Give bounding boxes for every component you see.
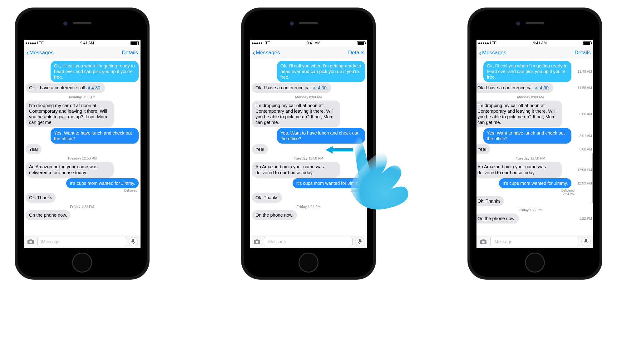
chevron-left-icon: ‹ xyxy=(26,49,29,57)
signal-dots-icon xyxy=(26,42,36,44)
svg-marker-1 xyxy=(326,146,333,154)
message-input[interactable]: iMessage xyxy=(264,237,353,246)
back-label: Messages xyxy=(482,50,506,56)
message-timestamp: 11:55 AM xyxy=(578,86,592,90)
back-label: Messages xyxy=(29,50,53,56)
time-link[interactable]: at 4:30 xyxy=(535,85,549,90)
status-bar: LTE 9:41 AM xyxy=(250,40,367,47)
message-timestamp: 1:22 PM xyxy=(579,217,592,220)
status-bar: LTE 9:41 AM xyxy=(24,40,141,47)
nav-bar: ‹Messages Details xyxy=(250,47,367,59)
message-bubble-sent[interactable]: Ok, I'll call you when I'm getting ready… xyxy=(483,61,571,82)
message-timestamp: 8:01 AM xyxy=(580,134,592,138)
carrier-label: LTE xyxy=(490,41,496,45)
timestamp-divider: Tuesday 12:50 PM xyxy=(476,155,589,161)
swipe-left-arrow-icon xyxy=(326,145,354,155)
back-label: Messages xyxy=(256,50,280,56)
delivered-label: Delivered xyxy=(24,189,141,192)
compose-bar: iMessage xyxy=(476,235,593,248)
front-camera xyxy=(516,22,520,26)
details-button[interactable]: Details xyxy=(122,50,138,56)
message-bubble-sent[interactable]: Yes. Want to have lunch and check out th… xyxy=(483,128,571,144)
iphone-frame-3: LTE 9:41 AM ‹Messages Details Ok, I'll c… xyxy=(468,8,602,279)
message-bubble-received[interactable]: Ok. I have a conference call at 4:30. xyxy=(476,83,553,93)
message-timestamp: 11:45 AM xyxy=(578,70,592,73)
status-time: 9:41 AM xyxy=(307,41,320,45)
message-bubble-received[interactable]: An Amazon box in your name was delivered… xyxy=(476,162,562,177)
microphone-icon[interactable] xyxy=(581,237,591,246)
timestamp-divider: Friday 1:22 PM xyxy=(476,206,589,213)
message-bubble-sent[interactable]: Yes. Want to have lunch and check out th… xyxy=(277,128,365,144)
message-bubble-received[interactable]: Ok. I have a conference call at 4:30. xyxy=(26,83,105,93)
battery-icon xyxy=(357,41,365,45)
message-bubble-sent[interactable]: It's cups mom wanted for Jimmy. xyxy=(499,178,571,188)
camera-icon[interactable] xyxy=(253,237,261,246)
nav-bar: ‹Messages Details xyxy=(476,47,593,59)
message-bubble-received[interactable]: Yea! xyxy=(476,144,490,154)
home-button[interactable] xyxy=(72,253,92,273)
status-time: 9:41 AM xyxy=(80,41,94,45)
details-button[interactable]: Details xyxy=(575,50,591,56)
carrier-label: LTE xyxy=(37,41,44,45)
nav-bar: ‹ Messages Details xyxy=(24,47,141,59)
timestamp-divider: Monday 8:00 AM xyxy=(24,93,141,100)
camera-icon[interactable] xyxy=(479,237,488,246)
compose-bar: iMessage xyxy=(24,235,141,248)
home-button[interactable] xyxy=(299,253,318,273)
status-time: 9:41 AM xyxy=(533,41,547,45)
message-bubble-received[interactable]: I'm dropping my car off at noon at Conte… xyxy=(252,101,340,128)
message-bubble-received[interactable]: An Amazon box in your name was delivered… xyxy=(252,162,340,177)
message-bubble-sent[interactable]: Ok, I'll call you when I'm getting ready… xyxy=(51,61,139,82)
message-bubble-received[interactable]: I'm dropping my car off at noon at Conte… xyxy=(476,101,562,128)
message-bubble-sent[interactable]: It's cups mom wanted for Jimmy. xyxy=(66,178,139,188)
message-bubble-received[interactable]: Yea! xyxy=(26,144,42,154)
delivered-label: Delivered xyxy=(250,189,367,192)
battery-icon xyxy=(583,41,591,45)
message-bubble-received[interactable]: On the phone now. xyxy=(252,210,297,220)
compose-bar: iMessage xyxy=(250,235,367,248)
iphone-frame-2: LTE 9:41 AM ‹Messages Details Ok, I'll c… xyxy=(241,8,376,279)
back-button[interactable]: ‹Messages xyxy=(479,49,506,57)
conversation-scroll[interactable]: Ok, I'll call you when I'm getting ready… xyxy=(24,59,141,235)
details-button[interactable]: Details xyxy=(348,50,364,56)
message-bubble-received[interactable]: On the phone now. xyxy=(26,210,71,220)
message-bubble-received[interactable]: On the phone now. xyxy=(476,214,519,224)
timestamp-divider: Monday 8:00 AM xyxy=(250,93,367,100)
message-bubble-received[interactable]: Ok. I have a conference call at 4:30. xyxy=(252,83,331,93)
microphone-icon[interactable] xyxy=(355,237,364,246)
message-bubble-received[interactable]: Ok. Thanks xyxy=(26,193,56,203)
timestamp-divider: Friday 1:22 PM xyxy=(24,203,141,210)
time-link[interactable]: at 4:30 xyxy=(313,85,327,90)
conversation-scroll[interactable]: Ok, I'll call you when I'm getting ready… xyxy=(476,59,593,235)
message-input[interactable]: iMessage xyxy=(37,237,126,246)
chevron-left-icon: ‹ xyxy=(479,49,481,57)
message-timestamp: 12:53 PM xyxy=(577,181,592,185)
earpiece-speaker xyxy=(299,22,318,24)
signal-dots-icon xyxy=(252,42,262,44)
timestamp-divider: Tuesday 12:50 PM xyxy=(250,155,367,161)
message-timestamp: 8:00 AM xyxy=(580,147,592,151)
back-button[interactable]: ‹Messages xyxy=(253,49,280,57)
message-bubble-sent[interactable]: Ok, I'll call you when I'm getting ready… xyxy=(277,61,365,82)
home-button[interactable] xyxy=(525,253,545,273)
earpiece-speaker xyxy=(526,22,544,24)
message-bubble-sent[interactable]: Yes. Want to have lunch and check out th… xyxy=(51,128,139,144)
time-link[interactable]: at 4:30 xyxy=(86,85,100,90)
iphone-frame-1: LTE 9:41 AM ‹ Messages Details Ok, I'll … xyxy=(15,8,149,279)
message-bubble-sent[interactable]: It's cups mom wanted for Jimmy. xyxy=(293,178,365,188)
message-input[interactable]: iMessage xyxy=(490,237,579,246)
timestamp-divider: Monday 8:00 AM xyxy=(476,93,589,100)
back-button[interactable]: ‹ Messages xyxy=(26,49,53,57)
message-bubble-received[interactable]: I'm dropping my car off at noon at Conte… xyxy=(26,101,114,128)
message-bubble-received[interactable]: Yea! xyxy=(252,144,268,154)
chevron-left-icon: ‹ xyxy=(253,49,255,57)
status-bar: LTE 9:41 AM xyxy=(476,40,593,47)
message-bubble-received[interactable]: Ok. Thanks xyxy=(476,196,504,206)
message-bubble-received[interactable]: Ok. Thanks xyxy=(252,193,282,203)
front-camera xyxy=(290,22,294,26)
message-bubble-received[interactable]: An Amazon box in your name was delivered… xyxy=(26,162,114,177)
message-timestamp: 8:00 AM xyxy=(580,112,592,116)
timestamp-divider: Friday 1:22 PM xyxy=(250,203,367,210)
camera-icon[interactable] xyxy=(26,237,35,246)
microphone-icon[interactable] xyxy=(129,237,138,246)
